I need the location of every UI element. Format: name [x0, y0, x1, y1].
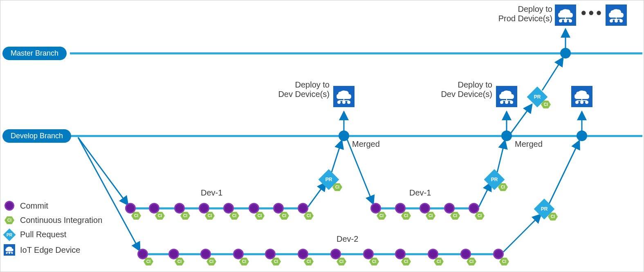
legend-label: Commit: [20, 201, 48, 211]
iot-edge-device-icon: [571, 86, 592, 107]
svg-line-11: [308, 182, 326, 207]
legend-label: Pull Request: [20, 230, 66, 239]
iot-edge-device-icon: [333, 86, 355, 107]
merge-node: [560, 48, 571, 58]
legend-commit: Commit: [3, 201, 102, 211]
svg-line-19: [549, 141, 579, 204]
svg-line-22: [542, 58, 563, 90]
ellipsis-icon: • • •: [581, 4, 601, 22]
dev1a-label: Dev-1: [201, 188, 222, 198]
develop-branch-label: Develop Branch: [2, 129, 71, 143]
master-branch-label: Master Branch: [2, 47, 67, 60]
iot-edge-device-icon: [606, 4, 627, 26]
deploy-dev-label: Deploy to Dev Device(s): [268, 80, 330, 99]
legend-ci: CI Continuous Integration: [3, 216, 102, 225]
dev1b-label: Dev-1: [409, 188, 431, 198]
svg-line-12: [332, 140, 342, 172]
dev2-line: [143, 253, 503, 255]
svg-line-16: [497, 140, 505, 172]
merge-node: [339, 130, 349, 141]
deploy-prod-label: Deploy to Prod Device(s): [487, 4, 552, 23]
legend: Commit CI Continuous Integration PR Pull…: [3, 201, 102, 261]
svg-line-21: [511, 104, 532, 133]
svg-line-18: [503, 214, 541, 252]
svg-line-15: [479, 182, 491, 207]
merged-label: Merged: [352, 139, 380, 149]
legend-label: IoT Edge Device: [20, 245, 81, 255]
legend-iot: IoT Edge Device: [3, 244, 102, 256]
iot-edge-device-icon: [496, 86, 517, 107]
iot-edge-device-icon: [555, 4, 576, 26]
dev2-label: Dev-2: [337, 234, 358, 244]
merge-node: [577, 130, 587, 141]
master-branch-line: [70, 52, 642, 54]
svg-line-14: [347, 139, 373, 204]
merge-node: [501, 130, 512, 141]
legend-pr: PR Pull Request: [3, 230, 102, 239]
develop-branch-line: [70, 135, 642, 137]
merged-label: Merged: [515, 139, 543, 149]
legend-label: Continuous Integration: [20, 216, 102, 225]
svg-line-9: [78, 137, 128, 205]
deploy-dev-label: Deploy to Dev Device(s): [431, 80, 492, 99]
